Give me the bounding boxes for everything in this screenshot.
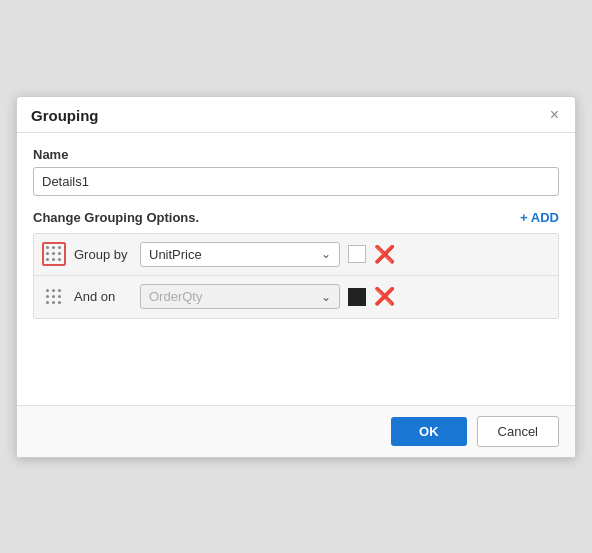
change-grouping-row: Change Grouping Options. + ADD	[33, 210, 559, 225]
drag-dot	[46, 301, 49, 304]
drag-dot	[46, 295, 49, 298]
drag-dot	[58, 258, 61, 261]
drag-dot	[52, 301, 55, 304]
and-on-value: OrderQty	[149, 289, 202, 304]
row-and-on-label: And on	[74, 289, 132, 304]
drag-dot	[46, 258, 49, 261]
grouping-dialog: Grouping × Name Change Grouping Options.…	[16, 96, 576, 458]
dialog-header: Grouping ×	[17, 97, 575, 133]
group-by-dropdown[interactable]: UnitPrice ⌄	[140, 242, 340, 267]
drag-dot	[52, 295, 55, 298]
drag-dot	[58, 246, 61, 249]
grouping-row: Group by UnitPrice ⌄ ❌	[34, 234, 558, 276]
remove-row2-button[interactable]: ❌	[374, 288, 395, 305]
and-on-dropdown[interactable]: OrderQty ⌄	[140, 284, 340, 309]
close-button[interactable]: ×	[548, 107, 561, 123]
chevron-down-icon: ⌄	[321, 247, 331, 261]
drag-dot	[52, 252, 55, 255]
drag-handle-icon[interactable]	[42, 242, 66, 266]
name-label: Name	[33, 147, 559, 162]
dialog-footer: OK Cancel	[17, 405, 575, 457]
remove-row1-button[interactable]: ❌	[374, 246, 395, 263]
row-group-by-label: Group by	[74, 247, 132, 262]
chevron-down-icon: ⌄	[321, 290, 331, 304]
change-grouping-label: Change Grouping Options.	[33, 210, 199, 225]
drag-dot	[46, 252, 49, 255]
cancel-button[interactable]: Cancel	[477, 416, 559, 447]
drag-dot	[58, 301, 61, 304]
sort-order-indicator[interactable]	[348, 288, 366, 306]
drag-dot	[46, 289, 49, 292]
drag-dot	[52, 289, 55, 292]
grouping-content-area: Group by UnitPrice ⌄ ❌	[33, 233, 559, 393]
drag-dot	[46, 246, 49, 249]
dialog-title: Grouping	[31, 107, 99, 124]
grouping-table: Group by UnitPrice ⌄ ❌	[33, 233, 559, 319]
add-button[interactable]: + ADD	[520, 210, 559, 225]
drag-dot	[52, 246, 55, 249]
drag-dot	[58, 252, 61, 255]
drag-dot	[58, 295, 61, 298]
drag-handle-icon[interactable]	[42, 285, 66, 309]
group-by-checkbox[interactable]	[348, 245, 366, 263]
grouping-row: And on OrderQty ⌄ ❌	[34, 276, 558, 318]
drag-dot	[52, 258, 55, 261]
group-by-value: UnitPrice	[149, 247, 202, 262]
name-input[interactable]	[33, 167, 559, 196]
dialog-body: Name Change Grouping Options. + ADD	[17, 133, 575, 405]
ok-button[interactable]: OK	[391, 417, 467, 446]
drag-dot	[58, 289, 61, 292]
